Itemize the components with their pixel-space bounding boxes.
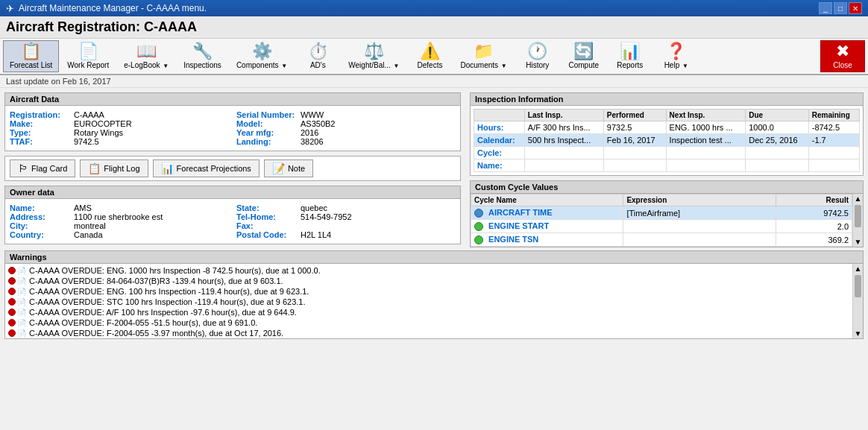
insp-cycle-remaining [808, 147, 859, 159]
make-value: EUROCOPTER [74, 119, 132, 128]
owner-telhome-value: 514-549-7952 [301, 212, 352, 221]
insp-col-label [474, 110, 525, 121]
year-label: Year mfg: [236, 128, 296, 137]
warnings-list: 📄C-AAAA OVERDUE: ENG. 1000 hrs Inspectio… [5, 264, 852, 338]
insp-hours-last: A/F 300 hrs Ins... [524, 121, 603, 134]
toolbar-weight[interactable]: ⚖️ Weight/Bal... ▼ [342, 40, 406, 72]
warning-doc-icon: 📄 [17, 288, 26, 296]
toolbar-weight-label: Weight/Bal... ▼ [348, 61, 399, 69]
cycle-row-engine-start: ENGINE START 2.0 [471, 220, 852, 233]
warnings-scrollbar[interactable]: ▲ ▼ [852, 264, 863, 338]
toolbar-workreport-label: Work Report [67, 61, 109, 69]
flight-log-button[interactable]: 📋 Flight Log [80, 159, 148, 177]
elogbook-icon: 📖 [136, 43, 157, 60]
warning-icon: 📄 [8, 298, 26, 306]
owner-data-title: Owner data [5, 186, 460, 199]
warning-item: 📄C-AAAA OVERDUE: F-2004-055 -3.97 month(… [8, 328, 849, 338]
ttaf-value: 9742.5 [74, 137, 99, 146]
ttaf-row: TTAF: 9742.5 [10, 137, 229, 146]
warning-red-dot [8, 267, 16, 274]
owner-city-value: montreal [74, 221, 106, 230]
warning-doc-icon: 📄 [17, 319, 26, 327]
cycle-aircraft-name: AIRCRAFT TIME [471, 206, 623, 220]
year-value: 2016 [301, 128, 318, 137]
cycle-aircraft-icon [474, 209, 483, 218]
toolbar-close-button[interactable]: ✖ Close [820, 40, 865, 72]
cycle-engine-tsn-icon [474, 235, 483, 244]
flag-card-label: Flag Card [31, 164, 67, 173]
insp-name-label: Name: [477, 161, 503, 170]
cycle-scrollbar-thumb[interactable] [855, 205, 861, 227]
minimize-button[interactable]: _ [819, 2, 832, 14]
warning-doc-icon: 📄 [17, 298, 26, 306]
cycle-aircraft-expression: [TimeAirframe] [623, 206, 776, 220]
titlebar-close-button[interactable]: ✕ [849, 2, 862, 14]
toolbar-elogbook-label: e-LogBook ▼ [124, 61, 169, 69]
toolbar-components[interactable]: ⚙️ Components ▼ [230, 40, 294, 72]
warning-icon: 📄 [8, 277, 26, 285]
cycle-table: Cycle Name Expression Result AIRCRAFT TI… [471, 194, 852, 247]
toolbar-forecast-list[interactable]: 📋 Forecast List [3, 40, 59, 72]
flag-card-button[interactable]: 🏳 Flag Card [10, 159, 75, 177]
insp-col-remaining: Remaining [808, 110, 859, 121]
toolbar-work-report[interactable]: 📄 Work Report [60, 40, 116, 72]
insp-name-next [666, 159, 746, 172]
insp-row-calendar: Calendar: 500 hrs Inspect... Feb 16, 201… [474, 134, 860, 147]
insp-cycle-next [666, 147, 746, 159]
warning-icon: 📄 [8, 288, 26, 296]
toolbar-ads[interactable]: ⏱️ AD's [295, 40, 340, 72]
insp-hours-due: 1000.0 [746, 121, 808, 134]
warning-icon: 📄 [8, 267, 26, 275]
serial-value: WWW [301, 110, 324, 119]
maximize-button[interactable]: □ [834, 2, 847, 14]
warnings-scrollbar-thumb[interactable] [855, 275, 861, 297]
toolbar-history[interactable]: 🕐 History [515, 40, 560, 72]
owner-name-value: AMS [74, 203, 92, 212]
insp-cycle-due [746, 147, 808, 159]
warning-red-dot [8, 298, 16, 306]
warnings-title: Warnings [5, 251, 863, 264]
cycle-engine-tsn-expression [623, 233, 776, 247]
owner-postal-label: Postal Code: [236, 230, 296, 239]
note-label: Note [288, 164, 305, 173]
toolbar-help[interactable]: ❓ Help ▼ [654, 40, 699, 72]
insp-col-next: Next Insp. [666, 110, 746, 121]
cycle-row-aircraft-time: AIRCRAFT TIME [TimeAirframe] 9742.5 [471, 206, 852, 220]
toolbar-reports[interactable]: 📊 Reports [608, 40, 652, 72]
landing-row: Landing: 38206 [236, 137, 456, 146]
warnings-container: Warnings 📄C-AAAA OVERDUE: ENG. 1000 hrs … [4, 250, 864, 339]
type-value: Rotary Wings [74, 128, 123, 137]
warning-text: C-AAAA OVERDUE: F-2004-055 -3.97 month(s… [29, 329, 283, 338]
type-row: Type: Rotary Wings [10, 128, 229, 137]
toolbar-inspections[interactable]: 🔧 Inspections [177, 40, 228, 72]
note-button[interactable]: 📝 Note [264, 159, 313, 177]
owner-country-value: Canada [74, 230, 103, 239]
toolbar-elogbook[interactable]: 📖 e-LogBook ▼ [117, 40, 175, 72]
serial-row: Serial Number: WWW [236, 110, 456, 119]
last-update-bar: Last update on Feb 16, 2017 [0, 75, 868, 88]
defects-icon: ⚠️ [420, 43, 440, 60]
cycle-scrollbar[interactable]: ▲ ▼ [852, 194, 863, 247]
warning-item: 📄C-AAAA OVERDUE: F-2004-055 -51.5 hour(s… [8, 317, 849, 328]
workreport-icon: 📄 [78, 43, 98, 60]
toolbar-close-label: Close [833, 61, 852, 69]
toolbar-compute[interactable]: 🔄 Compute [562, 40, 606, 72]
aircraft-data-grid: Registration: C-AAAA Make: EUROCOPTER Ty… [5, 106, 460, 151]
insp-calendar-due: Dec 25, 2016 [746, 134, 808, 147]
forecast-projections-button[interactable]: 📊 Forecast Projections [153, 159, 260, 177]
insp-row-name: Name: [474, 159, 860, 172]
registration-label: Registration: [10, 110, 69, 119]
toolbar-defects[interactable]: ⚠️ Defects [408, 40, 453, 72]
cycle-row-engine-tsn: ENGINE TSN 369.2 [471, 233, 852, 247]
cycle-engine-tsn-result: 369.2 [776, 233, 852, 247]
toolbar-documents[interactable]: 📁 Documents ▼ [454, 40, 514, 72]
owner-data-grid: Name: AMS Address: 1100 rue sherbrooke e… [5, 199, 460, 244]
page-title: Aircraft Registration: C-AAAA [6, 19, 197, 34]
insp-name-performed [603, 159, 666, 172]
inspection-header-row: Last Insp. Performed Next Insp. Due Rema… [474, 110, 860, 121]
insp-hours-next: ENG. 1000 hrs ... [666, 121, 746, 134]
owner-name-label: Name: [10, 203, 69, 212]
warning-item: 📄C-AAAA OVERDUE: ENG. 1000 hrs Inspectio… [8, 265, 849, 276]
history-icon: 🕐 [527, 43, 547, 60]
warning-red-dot [8, 288, 16, 295]
